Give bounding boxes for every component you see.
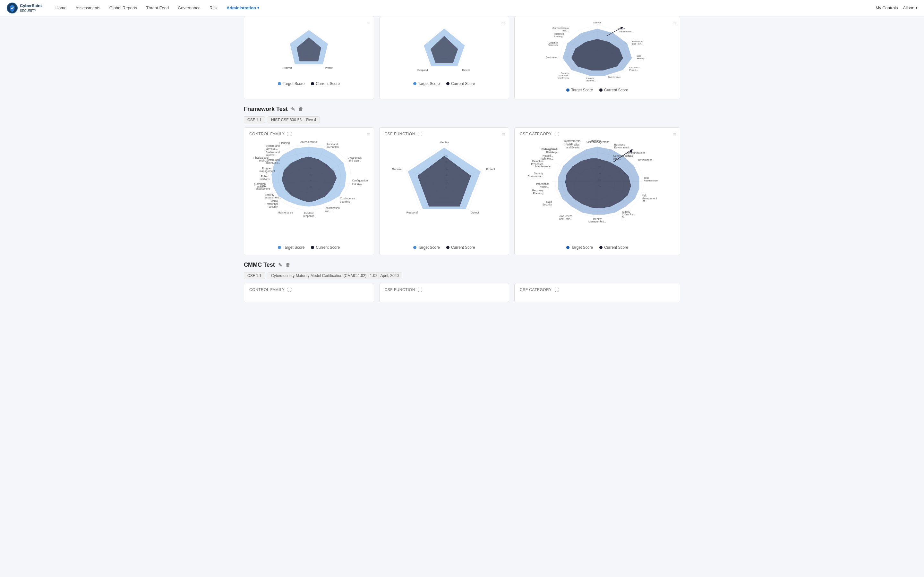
svg-text:Personnel: Personnel <box>266 203 278 205</box>
svg-text:Awareness: Awareness <box>559 215 573 218</box>
svg-text:security: security <box>268 205 278 208</box>
svg-text:planning: planning <box>340 200 351 203</box>
top-csfc-target-legend: Target Score <box>566 88 593 92</box>
svg-text:Audit and: Audit and <box>326 143 338 146</box>
nav-risk[interactable]: Risk <box>206 3 221 12</box>
nav-threat-feed[interactable]: Threat Feed <box>142 3 173 12</box>
cmmc-cf-card: CONTROL FAMILY ⛶ <box>244 283 374 302</box>
framework-tag-csf11: CSF 1.1 <box>244 116 265 123</box>
svg-text:Contingency: Contingency <box>340 197 355 200</box>
svg-text:Risk: Risk <box>644 177 649 179</box>
cf-expand-icon[interactable]: ⛶ <box>287 131 292 137</box>
nav-global-reports[interactable]: Global Reports <box>105 3 141 12</box>
svg-text:Security: Security <box>542 203 552 206</box>
svg-text:Awareness: Awareness <box>349 156 362 159</box>
svg-text:informat...: informat... <box>266 154 278 157</box>
top-partial-charts-row: ≡ Recover Protect <box>244 16 680 99</box>
svg-text:Security: Security <box>534 172 544 175</box>
nav-administration[interactable]: Administration ▾ <box>223 3 263 12</box>
my-controls-link[interactable]: My Controls <box>876 5 898 10</box>
target-score-dot-2 <box>413 82 417 85</box>
svg-text:(RS....: (RS.... <box>562 29 569 32</box>
top-control-family-card: ≡ Recover Protect <box>244 16 374 99</box>
user-menu[interactable]: Alison ▾ <box>903 5 918 10</box>
svg-text:System and: System and <box>266 151 280 154</box>
cmmc-test-header: CMMC Test ✎ 🗑 <box>244 261 680 268</box>
svg-text:Protecti...: Protecti... <box>542 155 553 157</box>
svg-text:Planning: Planning <box>279 142 290 145</box>
svg-text:Recover: Recover <box>392 168 402 171</box>
logo[interactable]: CyberSaintSECURITY <box>6 2 42 14</box>
svg-text:(RC....: (RC.... <box>626 155 633 157</box>
svg-text:Analysis: Analysis <box>593 21 602 24</box>
csfc-menu-icon[interactable]: ≡ <box>673 131 676 137</box>
csff-radar-chart: 90 80 60 40 20 0 Identify Protect Detect… <box>384 139 504 242</box>
nav-assessments[interactable]: Assessments <box>71 3 104 12</box>
svg-text:Protect: Protect <box>486 168 495 171</box>
svg-text:Incident: Incident <box>304 212 314 215</box>
svg-text:Program: Program <box>262 167 272 170</box>
cmmc-csff-header: CSF FUNCTION ⛶ <box>384 287 504 292</box>
current-score-dot-2 <box>446 82 449 85</box>
csfc-target-legend: Target Score <box>566 245 593 250</box>
cmmc-csff-expand-icon[interactable]: ⛶ <box>418 287 423 292</box>
cmmc-test-delete-icon[interactable]: 🗑 <box>286 262 290 268</box>
svg-text:System and: System and <box>266 145 280 147</box>
nav-links: Home Assessments Global Reports Threat F… <box>52 3 876 12</box>
svg-text:Continuous...: Continuous... <box>546 56 559 58</box>
svg-text:relations: relations <box>260 178 270 181</box>
top-cf-menu-icon[interactable]: ≡ <box>367 20 370 26</box>
svg-text:manag...: manag... <box>352 182 362 185</box>
main-content: ≡ Recover Protect <box>0 16 924 315</box>
framework-test-delete-icon[interactable]: 🗑 <box>298 106 303 112</box>
cf-menu-icon[interactable]: ≡ <box>367 131 370 137</box>
current-score-dot <box>311 82 314 85</box>
svg-text:Risk: Risk <box>260 185 266 187</box>
cmmc-cf-expand-icon[interactable]: ⛶ <box>287 287 292 292</box>
svg-text:Mitigation: Mitigation <box>590 140 601 143</box>
framework-test-charts-row: CONTROL FAMILY ⛶ ≡ <box>244 127 680 255</box>
top-csff-radar-svg: Respond Detect <box>384 20 504 78</box>
cmmc-csfc-header: CSF CATEGORY ⛶ <box>520 287 675 292</box>
target-score-dot-3 <box>566 89 569 92</box>
target-score-dot <box>278 82 281 85</box>
csff-legend: Target Score Current Score <box>384 245 504 250</box>
svg-text:Media: Media <box>270 200 278 203</box>
csff-menu-icon[interactable]: ≡ <box>502 131 505 137</box>
svg-text:Detect: Detect <box>471 211 479 214</box>
svg-text:Respond: Respond <box>406 211 417 214</box>
cmmc-test-tags: CSF 1.1 Cybersecurity Maturity Model Cer… <box>244 272 680 279</box>
svg-text:Recover: Recover <box>282 66 292 69</box>
csff-target-legend: Target Score <box>413 245 440 250</box>
top-csff-current-legend: Current Score <box>446 81 475 86</box>
svg-text:and Train...: and Train... <box>559 218 572 221</box>
svg-text:Identification: Identification <box>325 207 340 210</box>
csff-chart-header: CSF FUNCTION ⛶ <box>384 131 504 137</box>
svg-text:Recovery: Recovery <box>532 189 544 192</box>
svg-text:Processes: Processes <box>531 163 543 166</box>
top-csfc-menu-icon[interactable]: ≡ <box>673 20 676 26</box>
svg-text:Security: Security <box>636 57 645 60</box>
svg-text:Protect...: Protect... <box>539 185 549 189</box>
top-cf-current-legend: Current Score <box>311 81 340 86</box>
nav-home[interactable]: Home <box>52 3 71 12</box>
cmmc-test-edit-icon[interactable]: ✎ <box>278 262 282 268</box>
csfc-expand-icon[interactable]: ⛶ <box>554 131 559 137</box>
logo-text: CyberSaintSECURITY <box>20 3 42 13</box>
svg-text:Configuration: Configuration <box>352 179 368 182</box>
svg-text:Identify: Identify <box>593 218 602 221</box>
svg-text:Identify: Identify <box>618 27 625 30</box>
cmmc-csff-card: CSF FUNCTION ⛶ <box>379 283 509 302</box>
csff-expand-icon[interactable]: ⛶ <box>418 131 423 137</box>
cmmc-csfc-expand-icon[interactable]: ⛶ <box>554 287 559 292</box>
svg-text:Detect: Detect <box>462 69 470 71</box>
svg-text:Detection: Detection <box>549 42 558 44</box>
framework-test-edit-icon[interactable]: ✎ <box>291 106 295 112</box>
svg-text:Supply: Supply <box>622 211 630 213</box>
nav-governance[interactable]: Governance <box>174 3 204 12</box>
top-csfc-radar-svg: Analysis Identify Management... Awarenes… <box>520 20 675 84</box>
svg-text:Data: Data <box>546 201 552 203</box>
svg-text:(RS....: (RS.... <box>613 157 620 160</box>
top-csff-menu-icon[interactable]: ≡ <box>502 20 505 26</box>
svg-text:Assessment: Assessment <box>644 179 659 182</box>
